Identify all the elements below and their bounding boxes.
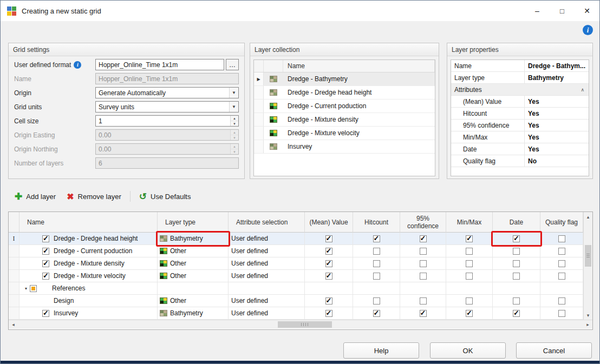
row-checkbox[interactable] xyxy=(42,248,49,255)
confidence-checkbox[interactable] xyxy=(420,297,427,305)
mean-value-checkbox[interactable] xyxy=(325,248,332,255)
property-row[interactable]: 95% confidence Yes xyxy=(451,120,589,131)
minmax-checkbox[interactable] xyxy=(466,273,473,280)
table-row[interactable]: Design Other User defined xyxy=(9,295,583,307)
hitcount-checkbox[interactable] xyxy=(373,310,380,317)
layer-row[interactable]: ▶ Dredge - Bathymetry xyxy=(254,72,435,86)
minmax-checkbox[interactable] xyxy=(466,235,473,242)
spinner-arrows-icon[interactable]: ▲▼ xyxy=(230,116,238,126)
date-checkbox[interactable] xyxy=(513,235,520,242)
column-header-name[interactable]: Name xyxy=(19,212,158,233)
layer-type-cell[interactable]: Other xyxy=(158,270,229,282)
table-row[interactable]: Dredge - Mixture density Other User defi… xyxy=(9,257,583,270)
row-checkbox[interactable] xyxy=(42,235,49,242)
layer-row[interactable]: Insurvey xyxy=(254,140,435,154)
hitcount-checkbox[interactable] xyxy=(373,248,380,255)
date-checkbox[interactable] xyxy=(513,260,520,267)
quality-flag-checkbox[interactable] xyxy=(558,235,565,242)
group-checkbox[interactable] xyxy=(30,285,37,292)
scroll-left-icon[interactable]: ◂ xyxy=(9,320,18,329)
table-row[interactable]: Dredge - Current poduction Other User de… xyxy=(9,245,583,257)
table-group-row[interactable]: ▾ References xyxy=(9,282,583,295)
add-layer-button[interactable]: ✚ Add layer xyxy=(9,188,61,205)
row-checkbox[interactable] xyxy=(42,310,49,317)
minimize-button[interactable]: – xyxy=(525,1,550,21)
confidence-checkbox[interactable] xyxy=(420,273,427,280)
vertical-scrollbar-thumb[interactable] xyxy=(585,245,591,267)
chevron-down-icon[interactable]: ▼ xyxy=(229,88,238,98)
column-header-mean-value[interactable]: (Mean) Value xyxy=(305,212,353,233)
property-row[interactable]: Name Dredge - Bathym... xyxy=(451,60,589,72)
attribute-selection-cell[interactable]: User defined xyxy=(229,295,305,307)
attribute-selection-cell[interactable]: User defined xyxy=(229,233,305,245)
column-header-confidence[interactable]: 95% confidence xyxy=(400,212,446,233)
column-header-quality-flag[interactable]: Quality flag xyxy=(540,212,583,233)
property-row[interactable]: Date Yes xyxy=(451,143,589,155)
layer-row[interactable]: Dredge - Current poduction xyxy=(254,100,435,113)
layer-type-cell[interactable]: Bathymetry xyxy=(158,307,229,320)
table-row[interactable]: Dredge - Mixture velocity Other User def… xyxy=(9,270,583,282)
row-checkbox[interactable] xyxy=(42,273,49,280)
property-row[interactable]: Min/Max Yes xyxy=(451,131,589,143)
expander-icon[interactable]: ▾ xyxy=(25,286,27,291)
layer-type-cell[interactable]: Other xyxy=(158,295,229,307)
minmax-checkbox[interactable] xyxy=(466,248,473,255)
horizontal-scrollbar[interactable]: ◂ ▸ xyxy=(9,320,592,329)
layer-type-cell[interactable]: Bathymetry xyxy=(158,233,229,245)
column-header-minmax[interactable]: Min/Max xyxy=(446,212,493,233)
property-row[interactable]: Layer type Bathymetry xyxy=(451,72,589,84)
user-defined-format-input[interactable]: Hopper_Online_Time 1x1m xyxy=(95,59,224,70)
hitcount-checkbox[interactable] xyxy=(373,260,380,267)
layer-type-cell[interactable]: Other xyxy=(158,257,229,270)
layer-row[interactable]: Dredge - Mixture velocity xyxy=(254,127,435,140)
vertical-scrollbar[interactable]: ▴ ▾ xyxy=(583,212,592,320)
confidence-checkbox[interactable] xyxy=(420,248,427,255)
remove-layer-button[interactable]: ✖ Remove layer xyxy=(61,189,127,204)
hitcount-checkbox[interactable] xyxy=(373,273,380,280)
scroll-right-icon[interactable]: ▸ xyxy=(583,320,592,329)
mean-value-checkbox[interactable] xyxy=(325,235,332,242)
table-row[interactable]: I Dredge - Dredge head height Bathymetry… xyxy=(9,233,583,245)
info-icon[interactable]: i xyxy=(583,25,593,35)
minmax-checkbox[interactable] xyxy=(466,260,473,267)
confidence-checkbox[interactable] xyxy=(420,310,427,317)
column-header-attribute-selection[interactable]: Attribute selection xyxy=(229,212,305,233)
property-row[interactable]: Hitcount Yes xyxy=(451,108,589,120)
column-header-hitcount[interactable]: Hitcount xyxy=(353,212,400,233)
cancel-button[interactable]: Cancel xyxy=(516,342,592,359)
collapse-icon[interactable]: ∧ xyxy=(581,87,584,92)
column-header-layer-type[interactable]: Layer type xyxy=(158,212,229,233)
attributes-category-row[interactable]: Attributes ∧ xyxy=(451,84,589,96)
cell-size-stepper[interactable]: 1▲▼ xyxy=(95,115,239,127)
minmax-checkbox[interactable] xyxy=(466,297,473,305)
confidence-checkbox[interactable] xyxy=(420,235,427,242)
scroll-up-icon[interactable]: ▴ xyxy=(584,212,592,221)
mean-value-checkbox[interactable] xyxy=(325,310,332,317)
attribute-selection-cell[interactable]: User defined xyxy=(229,257,305,270)
date-checkbox[interactable] xyxy=(513,273,520,280)
quality-flag-checkbox[interactable] xyxy=(558,310,565,317)
date-checkbox[interactable] xyxy=(513,248,520,255)
row-checkbox[interactable] xyxy=(42,260,49,267)
layer-row[interactable]: Dredge - Dredge head height xyxy=(254,86,435,100)
attribute-selection-cell[interactable]: User defined xyxy=(229,245,305,257)
chevron-down-icon[interactable]: ▼ xyxy=(229,102,238,112)
minmax-checkbox[interactable] xyxy=(466,310,473,317)
browse-button[interactable]: … xyxy=(226,59,239,70)
table-row[interactable]: Insurvey Bathymetry User defined xyxy=(9,307,583,320)
column-header-name[interactable]: Name xyxy=(283,60,435,72)
attribute-selection-cell[interactable]: User defined xyxy=(229,307,305,320)
hitcount-checkbox[interactable] xyxy=(373,235,380,242)
quality-flag-checkbox[interactable] xyxy=(558,248,565,255)
column-header-date[interactable]: Date xyxy=(493,212,540,233)
attribute-selection-cell[interactable]: User defined xyxy=(229,270,305,282)
mean-value-checkbox[interactable] xyxy=(325,297,332,305)
confidence-checkbox[interactable] xyxy=(420,260,427,267)
quality-flag-checkbox[interactable] xyxy=(558,273,565,280)
date-checkbox[interactable] xyxy=(513,310,520,317)
close-button[interactable]: ✕ xyxy=(575,1,599,21)
property-row[interactable]: Quality flag No xyxy=(451,155,589,167)
maximize-button[interactable]: □ xyxy=(550,1,575,21)
mean-value-checkbox[interactable] xyxy=(325,260,332,267)
info-icon[interactable]: i xyxy=(74,61,81,69)
